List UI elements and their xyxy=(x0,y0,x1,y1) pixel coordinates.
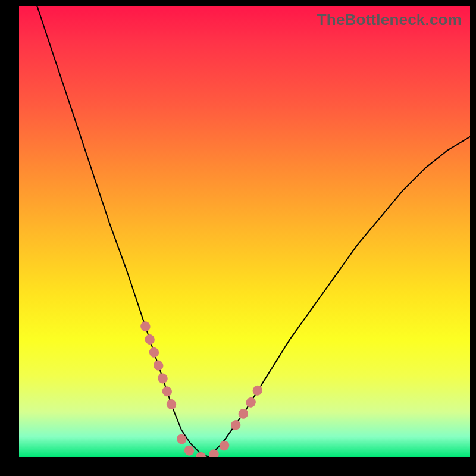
curve-path xyxy=(19,6,470,457)
highlight-segment xyxy=(145,326,173,407)
chart-frame: TheBottleneck.com xyxy=(0,0,476,476)
highlight-segment xyxy=(181,439,227,457)
plot-area: TheBottleneck.com xyxy=(19,6,470,457)
bottleneck-chart xyxy=(19,6,470,457)
